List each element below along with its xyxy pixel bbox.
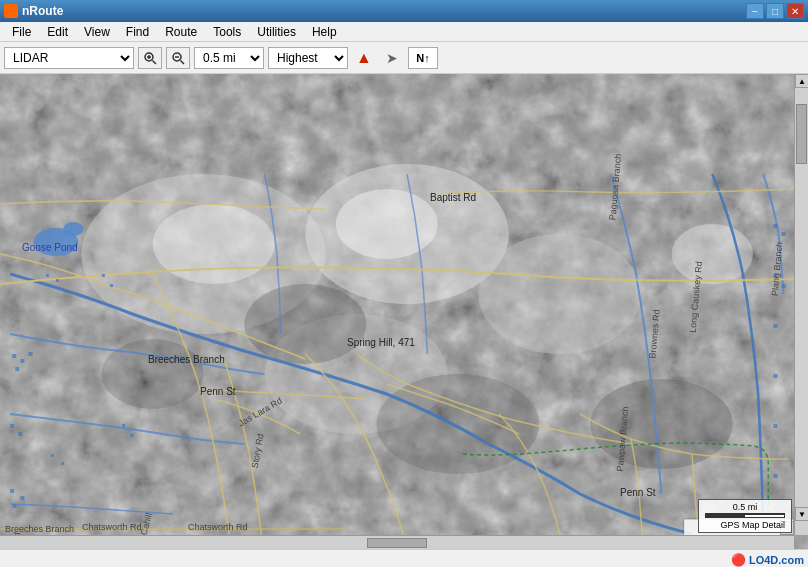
window-title: nRoute <box>22 4 63 18</box>
menu-view[interactable]: View <box>76 23 118 41</box>
label-chatsworth-rd-1: Chatsworth Rd <box>82 522 142 532</box>
svg-rect-45 <box>122 424 125 427</box>
menu-bar: File Edit View Find Route Tools Utilitie… <box>0 22 808 42</box>
svg-rect-26 <box>10 424 14 428</box>
menu-edit[interactable]: Edit <box>39 23 76 41</box>
svg-rect-43 <box>102 274 105 277</box>
gps-detail-label: GPS Map Detail <box>705 520 785 530</box>
title-bar-left: nRoute <box>4 4 63 18</box>
svg-rect-28 <box>10 489 14 493</box>
svg-point-18 <box>336 189 438 259</box>
zoom-out-button[interactable] <box>166 47 190 69</box>
svg-rect-27 <box>18 432 22 436</box>
svg-point-15 <box>102 339 204 409</box>
svg-rect-44 <box>110 284 113 287</box>
svg-rect-31 <box>773 224 777 228</box>
scroll-thumb-horizontal[interactable] <box>367 538 427 548</box>
start-navigation-button[interactable]: ▲ <box>352 47 376 69</box>
status-right: 🔴 LO4D.com <box>731 553 804 567</box>
svg-rect-46 <box>130 434 133 437</box>
svg-rect-36 <box>773 374 777 378</box>
svg-rect-38 <box>773 474 777 478</box>
svg-rect-34 <box>782 284 786 288</box>
map-area[interactable]: Baptist Rd Goose Pond Breeches Branch Pe… <box>0 74 808 549</box>
svg-rect-30 <box>12 504 16 508</box>
map-source-select[interactable]: LIDAR Road Map Aerial <box>4 47 134 69</box>
svg-line-5 <box>181 60 185 64</box>
svg-point-11 <box>478 234 641 354</box>
scale-select[interactable]: 0.5 mi 0.1 mi 0.25 mi 1 mi 2 mi 5 mi <box>194 47 264 69</box>
svg-rect-39 <box>46 274 49 277</box>
svg-rect-35 <box>773 324 777 328</box>
status-bar: 🔴 LO4D.com <box>0 549 808 567</box>
menu-tools[interactable]: Tools <box>205 23 249 41</box>
horizontal-scrollbar[interactable] <box>0 535 794 549</box>
scroll-down-button[interactable]: ▼ <box>795 507 808 521</box>
toolbar: LIDAR Road Map Aerial 0.5 mi 0.1 mi 0.25… <box>0 42 808 74</box>
scale-label: 0.5 mi <box>733 502 758 512</box>
minimize-button[interactable]: − <box>746 3 764 19</box>
window-controls: − □ ✕ <box>746 3 804 19</box>
maximize-button[interactable]: □ <box>766 3 784 19</box>
svg-point-21 <box>63 222 83 236</box>
scroll-thumb-vertical[interactable] <box>796 104 807 164</box>
vertical-scrollbar[interactable]: ▲ ▼ <box>794 74 808 535</box>
north-up-button[interactable]: N↑ <box>408 47 438 69</box>
svg-line-1 <box>153 60 157 64</box>
svg-rect-37 <box>773 424 777 428</box>
svg-point-17 <box>153 204 275 284</box>
map-canvas <box>0 74 808 549</box>
menu-file[interactable]: File <box>4 23 39 41</box>
svg-rect-41 <box>51 454 54 457</box>
svg-rect-42 <box>61 462 64 465</box>
label-chatsworth-rd-2: Chatsworth Rd <box>188 522 248 532</box>
svg-rect-40 <box>56 279 59 282</box>
svg-rect-25 <box>15 367 19 371</box>
menu-help[interactable]: Help <box>304 23 345 41</box>
zoom-in-button[interactable] <box>138 47 162 69</box>
svg-rect-23 <box>20 359 24 363</box>
scale-bar: 0.5 mi GPS Map Detail <box>698 499 792 533</box>
menu-route[interactable]: Route <box>157 23 205 41</box>
lo4d-watermark: 🔴 LO4D.com <box>731 553 804 567</box>
app-icon <box>4 4 18 18</box>
svg-point-13 <box>244 284 366 364</box>
detail-select[interactable]: Highest High Normal Low Lowest <box>268 47 348 69</box>
scroll-up-button[interactable]: ▲ <box>795 74 808 88</box>
svg-rect-22 <box>12 354 16 358</box>
menu-find[interactable]: Find <box>118 23 157 41</box>
svg-rect-29 <box>20 496 24 500</box>
svg-point-19 <box>672 224 753 284</box>
navigate-arrow-button[interactable]: ➤ <box>380 47 404 69</box>
title-bar: nRoute − □ ✕ <box>0 0 808 22</box>
close-button[interactable]: ✕ <box>786 3 804 19</box>
svg-rect-32 <box>782 232 786 236</box>
menu-utilities[interactable]: Utilities <box>249 23 304 41</box>
svg-rect-24 <box>28 352 32 356</box>
